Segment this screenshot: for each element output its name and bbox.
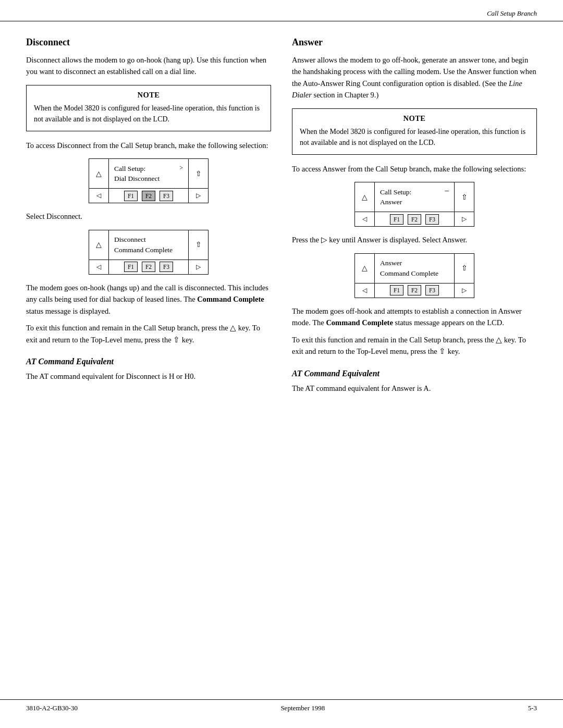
disconnect-at-text: The AT command equivalent for Disconnect…	[26, 371, 271, 382]
answer-double-up-icon: ⇧	[461, 193, 468, 202]
footer-right: 5-3	[528, 704, 537, 712]
lcd2-right-up-btn: ⇧	[188, 230, 208, 260]
answer-lcd2-left-btn: △	[355, 254, 375, 283]
lcd2-line2: Command Complete	[114, 245, 183, 255]
answer-lcd2-double-up-icon: ⇧	[461, 264, 468, 273]
f1-button2[interactable]: F1	[124, 262, 138, 272]
disconnect-body1: The modem goes on-hook (hangs up) and th…	[26, 282, 271, 317]
answer-lcd1-func-btns: F1 F2 F3	[375, 214, 454, 225]
lcd2-left-up-btn: △	[89, 230, 109, 260]
answer-lcd1-bottom: ◁ F1 F2 F3 ▷	[355, 212, 474, 226]
answer-lcd2-func-btns: F1 F2 F3	[375, 285, 454, 295]
answer-right-arrow-icon: ▷	[462, 215, 467, 223]
lcd1-bottom-row: ◁ F1 F2 F3 ▷	[89, 188, 208, 203]
disconnect-lcd1: △ Call Setup: > Dial Disconnect ⇧ ◁ F1 F…	[89, 158, 209, 203]
answer-lcd2-left-arrow: ◁	[362, 287, 367, 294]
answer-double-up-key-symbol: ⇧	[439, 347, 446, 355]
answer-select-text: Press the ▷ key until Answer is displaye…	[292, 234, 537, 245]
disconnect-note-title: NOTE	[34, 91, 263, 100]
answer-lcd1-right-btn: ⇧	[454, 182, 474, 212]
lcd1-left-up-btn: △	[89, 159, 109, 188]
answer-lcd2: △ Answer Command Complete ⇧ ◁ F1 F2 F3	[354, 253, 474, 298]
header-title: Call Setup Branch	[487, 9, 537, 18]
f1-button[interactable]: F1	[124, 191, 138, 201]
answer-note-title: NOTE	[300, 114, 529, 123]
up-key-symbol: △	[230, 324, 236, 332]
answer-lcd2-line2: Command Complete	[380, 268, 449, 279]
left-arrow-icon: ◁	[96, 192, 101, 200]
answer-f1-btn2[interactable]: F1	[390, 285, 403, 295]
answer-left-arrow-icon: ◁	[362, 215, 367, 223]
answer-note-text: When the Model 3820 is configured for le…	[300, 126, 529, 148]
answer-bold: Command Complete	[326, 318, 393, 327]
left-column: Disconnect Disconnect allows the modem t…	[26, 37, 271, 399]
right-arrow-icon: ▷	[196, 192, 201, 200]
disconnect-body2: To exit this function and remain in the …	[26, 322, 271, 346]
answer-f3-btn[interactable]: F3	[425, 214, 439, 225]
answer-lcd1-line1: Call Setup: ─	[380, 187, 449, 198]
answer-up-arrow-icon: △	[362, 193, 368, 202]
answer-lcd2-back: ◁	[355, 283, 375, 298]
lcd2-line1: Disconnect	[114, 235, 183, 245]
disconnect-note-text: When the Model 3820 is configured for le…	[34, 103, 263, 125]
disconnect-at-title: AT Command Equivalent	[26, 357, 271, 366]
f2-button2[interactable]: F2	[142, 262, 155, 272]
lcd1-line2: Dial Disconnect	[114, 174, 183, 184]
up-arrow-icon2: △	[96, 240, 102, 249]
answer-f2-btn[interactable]: F2	[408, 214, 421, 225]
disconnect-lcd2: △ Disconnect Command Complete ⇧ ◁ F1 F2 …	[89, 230, 209, 275]
answer-lcd1-forward: ▷	[454, 212, 474, 226]
lcd1-forward-arrow: ▷	[188, 189, 208, 203]
answer-lcd1-back: ◁	[355, 212, 375, 226]
answer-lcd2-line1: Answer	[380, 258, 449, 268]
answer-lcd1-left-btn: △	[355, 182, 375, 212]
double-up-arrow-icon2: ⇧	[195, 240, 202, 249]
disconnect-note-box: NOTE When the Model 3820 is configured f…	[26, 85, 271, 131]
lcd1-line1: Call Setup: >	[114, 164, 183, 174]
answer-up-key-symbol: △	[496, 336, 502, 344]
lcd2-bottom-row: ◁ F1 F2 F3 ▷	[89, 260, 208, 274]
lcd1-right-up-btn: ⇧	[188, 159, 208, 188]
answer-body2: To exit this function and remain in the …	[292, 334, 537, 357]
right-column: Answer Answer allows the modem to go off…	[292, 37, 537, 399]
f3-button2[interactable]: F3	[160, 262, 173, 272]
answer-lcd1-center: Call Setup: ─ Answer	[375, 182, 454, 212]
answer-lcd2-bottom: ◁ F1 F2 F3 ▷	[355, 283, 474, 298]
lcd2-forward-arrow: ▷	[188, 260, 208, 274]
answer-f3-btn2[interactable]: F3	[425, 285, 439, 295]
up-arrow-icon: △	[96, 169, 102, 178]
answer-at-title: AT Command Equivalent	[292, 369, 537, 378]
double-up-key-symbol: ⇧	[173, 336, 180, 344]
lcd2-center-text: Disconnect Command Complete	[109, 230, 188, 260]
lcd1-center-text: Call Setup: > Dial Disconnect	[109, 159, 188, 188]
right-arrow-icon2: ▷	[196, 263, 201, 271]
answer-lcd1: △ Call Setup: ─ Answer ⇧ ◁ F1 F2 F3	[354, 182, 474, 227]
disconnect-intro: Disconnect allows the modem to go on-hoo…	[26, 54, 271, 78]
f3-button[interactable]: F3	[160, 191, 173, 201]
f2-button[interactable]: F2	[142, 191, 155, 201]
lcd1-back-arrow: ◁	[89, 189, 109, 203]
answer-note-box: NOTE When the Model 3820 is configured f…	[292, 108, 537, 155]
forward-arrow-symbol: ▷	[321, 236, 327, 244]
answer-f2-btn2[interactable]: F2	[408, 285, 421, 295]
main-content: Disconnect Disconnect allows the modem t…	[0, 21, 563, 399]
answer-access-text: To access Answer from the Call Setup bra…	[292, 163, 537, 175]
answer-title: Answer	[292, 37, 537, 48]
answer-lcd2-forward: ▷	[454, 283, 474, 298]
answer-lcd2-right-btn: ⇧	[454, 254, 474, 283]
disconnect-bold: Command Complete	[197, 295, 264, 303]
answer-lcd1-line2: Answer	[380, 197, 449, 207]
answer-at-text: The AT command equivalent for Answer is …	[292, 382, 537, 394]
disconnect-title: Disconnect	[26, 37, 271, 48]
double-up-arrow-icon: ⇧	[195, 169, 202, 178]
disconnect-access-text: To access Disconnect from the Call Setup…	[26, 140, 271, 151]
answer-body1: The modem goes off-hook and attempts to …	[292, 305, 537, 329]
lcd2-back-arrow: ◁	[89, 260, 109, 274]
answer-lcd2-center: Answer Command Complete	[375, 254, 454, 283]
answer-intro: Answer allows the modem to go off-hook, …	[292, 54, 537, 101]
lcd1-function-btns: F1 F2 F3	[109, 191, 188, 201]
footer-center: September 1998	[280, 704, 325, 712]
answer-f1-btn[interactable]: F1	[390, 214, 403, 225]
footer-left: 3810-A2-GB30-30	[26, 704, 78, 712]
select-disconnect-text: Select Disconnect.	[26, 211, 271, 222]
